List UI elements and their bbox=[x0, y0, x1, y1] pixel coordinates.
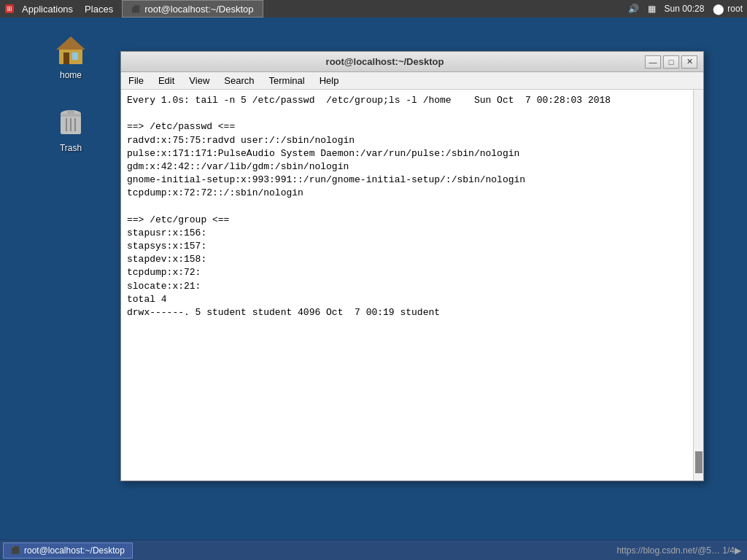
active-window-label: root@localhost:~/Desktop bbox=[144, 4, 253, 15]
terminal-content[interactable]: Every 1.0s: tail -n 5 /etc/passwd /etc/g… bbox=[121, 90, 703, 481]
scrollbar-thumb[interactable] bbox=[695, 451, 703, 473]
minimize-button[interactable]: — bbox=[645, 55, 661, 69]
datetime-display: Sun 00:28 bbox=[660, 0, 709, 18]
menu-file[interactable]: File bbox=[121, 72, 151, 89]
terminal-output: Every 1.0s: tail -n 5 /etc/passwd /etc/g… bbox=[121, 90, 693, 481]
terminal-titlebar[interactable]: root@localhost:~/Desktop — □ ✕ bbox=[121, 52, 703, 72]
username-label: root bbox=[727, 4, 743, 14]
menu-view[interactable]: View bbox=[182, 72, 217, 89]
active-task-label: root@localhost:~/Desktop bbox=[24, 545, 125, 556]
terminal-title: root@localhost:~/Desktop bbox=[127, 56, 643, 67]
svg-rect-6 bbox=[53, 48, 88, 50]
svg-text:⊞: ⊞ bbox=[7, 5, 12, 12]
app-icon: ⊞ bbox=[3, 2, 16, 15]
svg-rect-2 bbox=[59, 48, 82, 64]
home-desktop-icon[interactable]: home bbox=[42, 29, 100, 83]
terminal-menubar: File Edit View Search Terminal Help bbox=[121, 72, 703, 90]
network-icon[interactable]: ▦ bbox=[643, 0, 660, 18]
taskbar-bottom-right: https://blog.csdn.net/@5… 1/4▶ bbox=[616, 545, 747, 556]
taskbar-bottom-left: ⬛ root@localhost:~/Desktop bbox=[0, 542, 616, 559]
menu-search[interactable]: Search bbox=[217, 72, 261, 89]
svg-rect-4 bbox=[72, 52, 78, 60]
trash-icon-label: Trash bbox=[60, 143, 82, 153]
svg-rect-3 bbox=[63, 52, 69, 64]
menu-edit[interactable]: Edit bbox=[151, 72, 182, 89]
svg-marker-5 bbox=[56, 36, 85, 50]
user-menu[interactable]: ⬤ root bbox=[708, 0, 747, 18]
active-window-button[interactable]: ⬛ root@localhost:~/Desktop bbox=[122, 0, 263, 18]
trash-desktop-icon[interactable]: Trash bbox=[42, 102, 100, 156]
svg-rect-9 bbox=[61, 114, 81, 117]
trash-icon-image bbox=[53, 105, 88, 140]
top-taskbar: ⊞ Applications Places ⬛ root@localhost:~… bbox=[0, 0, 747, 18]
menu-terminal[interactable]: Terminal bbox=[262, 72, 312, 89]
bottom-taskbar: ⬛ root@localhost:~/Desktop https://blog.… bbox=[0, 540, 747, 560]
menu-help[interactable]: Help bbox=[312, 72, 347, 89]
close-button[interactable]: ✕ bbox=[681, 55, 697, 69]
terminal-scrollbar[interactable] bbox=[693, 90, 703, 481]
volume-icon[interactable]: 🔊 bbox=[624, 0, 643, 18]
active-task-button[interactable]: ⬛ root@localhost:~/Desktop bbox=[3, 542, 133, 559]
svg-rect-13 bbox=[67, 110, 74, 114]
home-icon-image bbox=[53, 32, 88, 67]
terminal-window: root@localhost:~/Desktop — □ ✕ File Edit… bbox=[120, 51, 704, 481]
places-menu[interactable]: Places bbox=[79, 0, 119, 18]
home-icon-label: home bbox=[60, 70, 82, 80]
applications-menu[interactable]: Applications bbox=[16, 0, 79, 18]
maximize-button[interactable]: □ bbox=[663, 55, 679, 69]
